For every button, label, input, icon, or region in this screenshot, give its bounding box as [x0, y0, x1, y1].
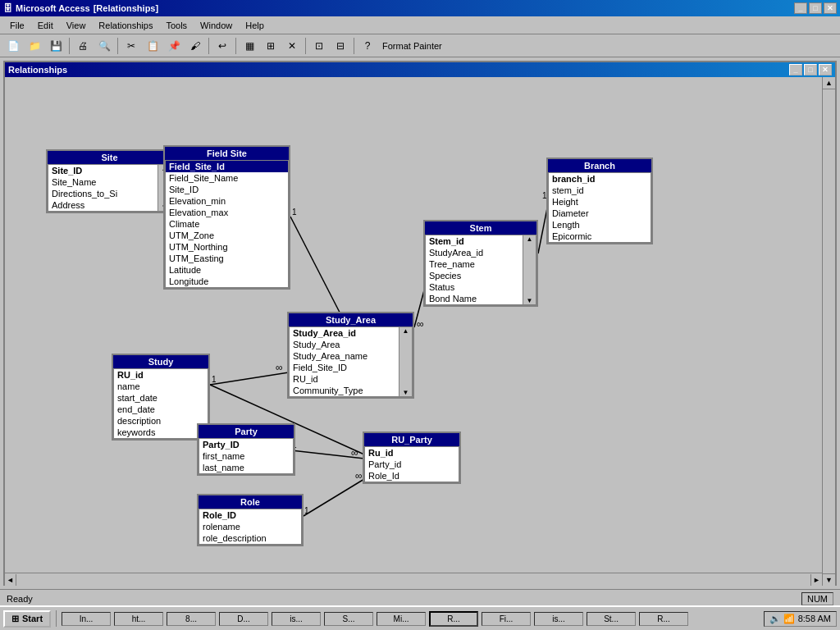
- table-ru-party[interactable]: RU_Party Ru_id Party_id Role_Id: [363, 431, 461, 484]
- format-painter-button[interactable]: 🖌: [185, 37, 205, 55]
- paste-button[interactable]: 📌: [164, 37, 184, 55]
- canvas-scroll-left[interactable]: ◄: [5, 574, 16, 586]
- field-utm-zone: UTM_Zone: [166, 230, 288, 241]
- print-button[interactable]: 🖨: [73, 37, 93, 55]
- inner-maximize[interactable]: □: [804, 64, 817, 75]
- preview-button[interactable]: 🔍: [94, 37, 114, 55]
- sa-scroll-down[interactable]: ▼: [399, 389, 412, 396]
- table-study[interactable]: Study RU_id name start_date end_date des…: [112, 354, 210, 441]
- canvas-scroll-right[interactable]: ►: [810, 574, 822, 586]
- menu-relationships[interactable]: Relationships: [92, 19, 159, 32]
- inner-title-bar: Relationships _ □ ✕: [5, 62, 835, 77]
- field-stem-id-b: stem_id: [549, 185, 651, 196]
- title-bar: 🗄 Microsoft Access [Relationships] _ □ ✕: [0, 0, 840, 16]
- taskbar-item-2[interactable]: 8...: [167, 612, 216, 626]
- open-button[interactable]: 📁: [25, 37, 44, 55]
- svg-line-19: [304, 479, 364, 516]
- inner-close[interactable]: ✕: [819, 64, 832, 75]
- copy-button[interactable]: 📋: [143, 37, 162, 55]
- svg-text:1: 1: [212, 375, 217, 384]
- table-stem-header: Stem: [425, 221, 536, 235]
- table-button[interactable]: ▦: [240, 37, 259, 55]
- taskbar-item-1[interactable]: ht...: [114, 612, 163, 626]
- delete-button[interactable]: ✕: [282, 37, 302, 55]
- table-role-header: Role: [199, 495, 302, 509]
- stem-scroll-down[interactable]: ▼: [523, 297, 536, 304]
- taskbar-item-8[interactable]: Fi...: [482, 612, 531, 626]
- minimize-button[interactable]: _: [794, 2, 807, 14]
- field-utm-easting: UTM_Easting: [166, 253, 288, 264]
- relationships-canvas: 1 ∞ 1 ∞ ∞ 1 ∞ 1 1 ∞ 1 ∞: [5, 77, 835, 586]
- field-ru-id-rp: Ru_id: [365, 447, 459, 459]
- table-field-site[interactable]: Field Site Field_Site_Id Field_Site_Name…: [163, 145, 290, 290]
- properties-button[interactable]: ⊟: [331, 37, 350, 55]
- field-end-date: end_date: [114, 404, 208, 415]
- relationships-window: Relationships _ □ ✕ 1 ∞ 1 ∞ ∞ 1 ∞ 1: [3, 61, 837, 586]
- table-site-header: Site: [48, 151, 171, 164]
- canvas-vscroll[interactable]: ▲ ▼: [822, 77, 835, 586]
- taskbar-item-5[interactable]: S...: [324, 612, 373, 626]
- taskbar: ⊞ Start In... ht... 8... D... is... S...…: [0, 605, 840, 630]
- field-studyarea-id: StudyArea_id: [426, 247, 536, 258]
- field-rolename: rolename: [199, 521, 301, 532]
- menu-tools[interactable]: Tools: [159, 19, 194, 32]
- field-status: Status: [426, 281, 536, 293]
- maximize-button[interactable]: □: [809, 2, 822, 14]
- menu-file[interactable]: File: [3, 19, 31, 32]
- field-last-name: last_name: [199, 462, 293, 473]
- taskbar-item-6[interactable]: Mi...: [377, 612, 426, 626]
- toggle-button[interactable]: ⊡: [309, 37, 329, 55]
- table-study-header: Study: [113, 355, 208, 368]
- separator-3: [208, 38, 209, 54]
- clock: 8:58 AM: [798, 614, 831, 623]
- menu-window[interactable]: Window: [194, 19, 239, 32]
- menu-view[interactable]: View: [60, 19, 93, 32]
- menu-edit[interactable]: Edit: [31, 19, 60, 32]
- help-button[interactable]: ?: [358, 37, 377, 55]
- inner-minimize[interactable]: _: [789, 64, 802, 75]
- canvas-scroll-up[interactable]: ▲: [823, 77, 835, 89]
- close-button[interactable]: ✕: [824, 2, 837, 14]
- taskbar-item-7[interactable]: R...: [429, 611, 478, 627]
- field-epicormic: Epicormic: [549, 231, 651, 242]
- separator-4: [235, 38, 236, 54]
- taskbar-item-4[interactable]: is...: [272, 612, 321, 626]
- field-species: Species: [426, 270, 536, 281]
- taskbar-item-9[interactable]: is...: [534, 612, 583, 626]
- stem-scroll-up[interactable]: ▲: [523, 235, 536, 243]
- query-button[interactable]: ⊞: [261, 37, 281, 55]
- table-stem[interactable]: Stem Stem_id StudyArea_id Tree_name Spec…: [423, 220, 538, 307]
- table-role[interactable]: Role Role_ID rolename role_description: [197, 494, 304, 546]
- table-branch[interactable]: Branch branch_id stem_id Height Diameter…: [546, 158, 653, 244]
- undo-button[interactable]: ↩: [212, 37, 232, 55]
- field-tree-name: Tree_name: [426, 258, 536, 270]
- svg-line-12: [210, 372, 289, 385]
- start-button[interactable]: ⊞ Start: [3, 610, 51, 628]
- table-study-area[interactable]: Study_Area Study_Area_id Study_Area Stud…: [287, 312, 414, 399]
- status-bar: Ready NUM: [0, 589, 840, 607]
- table-party[interactable]: Party Party_ID first_name last_name: [197, 423, 295, 476]
- canvas-hscroll[interactable]: ◄ ►: [5, 573, 822, 586]
- inner-window-title: Relationships: [8, 65, 67, 75]
- svg-text:1: 1: [292, 208, 297, 217]
- taskbar-item-11[interactable]: R...: [639, 612, 688, 626]
- field-ru-id-sa: RU_id: [290, 373, 412, 385]
- sa-scroll-up[interactable]: ▲: [399, 327, 412, 335]
- menu-help[interactable]: Help: [239, 19, 271, 32]
- taskbar-separator: [56, 610, 57, 627]
- separator-5: [305, 38, 306, 54]
- canvas-scroll-down[interactable]: ▼: [823, 573, 835, 586]
- taskbar-item-3[interactable]: D...: [219, 612, 268, 626]
- app-title: Microsoft Access: [16, 3, 90, 13]
- cut-button[interactable]: ✂: [121, 37, 141, 55]
- table-study-area-header: Study_Area: [289, 313, 413, 326]
- field-site-id-fs: Site_ID: [166, 184, 288, 195]
- taskbar-item-10[interactable]: St...: [587, 612, 636, 626]
- format-painter-label: Format Painter: [382, 41, 442, 51]
- separator-2: [117, 38, 118, 54]
- taskbar-item-0[interactable]: In...: [62, 612, 111, 626]
- save-button[interactable]: 💾: [46, 37, 66, 55]
- table-site[interactable]: Site Site_ID Site_Name Directions_to_Si …: [46, 149, 173, 213]
- new-button[interactable]: 📄: [3, 37, 23, 55]
- field-height: Height: [549, 196, 651, 208]
